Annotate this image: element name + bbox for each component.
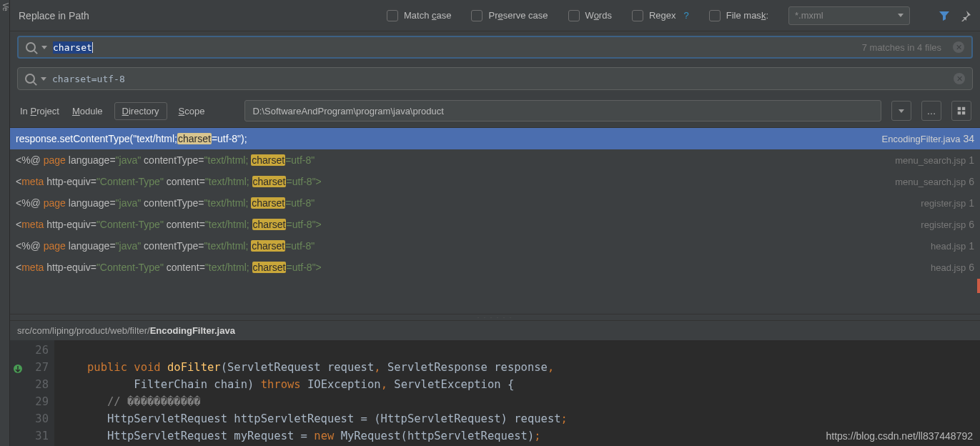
svg-rect-2 <box>958 112 961 114</box>
svg-rect-0 <box>958 107 961 110</box>
svg-rect-3 <box>962 112 965 114</box>
words-checkbox[interactable]: Words <box>568 10 612 21</box>
result-row[interactable]: <meta http-equiv="Content-Type" content=… <box>10 171 980 192</box>
chevron-down-icon <box>898 14 904 17</box>
svg-rect-1 <box>962 107 965 110</box>
replace-in-path-dialog: Replace in Path Match case Preserve case… <box>10 0 980 446</box>
regex-checkbox[interactable]: Regex? <box>632 10 689 21</box>
file-mask-checkbox[interactable]: File mask: <box>709 10 768 21</box>
error-stripe-marker[interactable] <box>977 279 980 293</box>
search-icon <box>25 74 35 84</box>
result-row[interactable]: <%@ page language="java" contentType="te… <box>10 192 980 214</box>
search-input[interactable]: charset <box>53 42 856 53</box>
scope-scope[interactable]: Scope <box>177 103 207 119</box>
result-row[interactable]: <%@ page language="java" contentType="te… <box>10 149 980 171</box>
replace-input[interactable]: charset=utf-8 <box>52 74 948 84</box>
replace-field[interactable]: charset=utf-8 ✕ <box>17 67 973 90</box>
clear-search-icon[interactable]: ✕ <box>953 41 964 53</box>
match-case-checkbox[interactable]: Match case <box>387 10 451 21</box>
left-tool-strip[interactable]: Ve B a <box>0 0 10 446</box>
titlebar: Replace in Path Match case Preserve case… <box>10 0 980 31</box>
scope-directory[interactable]: Directory <box>114 102 167 120</box>
result-row[interactable]: <meta http-equiv="Content-Type" content=… <box>10 257 980 278</box>
preserve-case-checkbox[interactable]: Preserve case <box>471 10 548 21</box>
clear-replace-icon[interactable]: ✕ <box>954 73 965 84</box>
file-mask-input[interactable]: *.mxml <box>788 6 910 25</box>
regex-help-icon[interactable]: ? <box>684 10 689 21</box>
search-field[interactable]: charset 7 matches in 4 files ✕ <box>17 36 973 59</box>
splitter-handle[interactable]: · · · · · · <box>10 314 980 321</box>
search-icon <box>26 42 36 52</box>
result-row[interactable]: <%@ page language="java" contentType="te… <box>10 235 980 257</box>
scope-module[interactable]: Module <box>71 103 104 119</box>
scope-in-project[interactable]: In Project <box>19 103 61 119</box>
override-gutter-icon[interactable] <box>13 362 23 372</box>
dialog-title: Replace in Path <box>19 10 89 21</box>
result-row[interactable]: response.setContentType("text/html;chars… <box>10 128 980 149</box>
watermark: https://blog.csdn.net/ll837448792 <box>826 430 974 442</box>
preview-breadcrumb: src/com/liping/product/web/filter/Encodi… <box>10 321 980 340</box>
result-row[interactable]: <meta http-equiv="Content-Type" content=… <box>10 214 980 235</box>
recursive-toggle-button[interactable] <box>951 101 971 121</box>
browse-path-button[interactable]: … <box>921 101 941 121</box>
results-list: response.setContentType("text/html;chars… <box>10 128 980 278</box>
scope-row: In Project Module Directory Scope D:\Sof… <box>10 94 980 128</box>
search-history-dropdown[interactable] <box>41 46 47 49</box>
filter-icon[interactable] <box>939 10 950 21</box>
path-dropdown-button[interactable] <box>891 101 911 121</box>
directory-path-input[interactable]: D:\SoftwareAndProgram\program\java\produ… <box>244 100 881 122</box>
pin-icon[interactable] <box>960 10 971 21</box>
replace-history-dropdown[interactable] <box>41 77 46 81</box>
match-count: 7 matches in 4 files <box>862 42 941 53</box>
